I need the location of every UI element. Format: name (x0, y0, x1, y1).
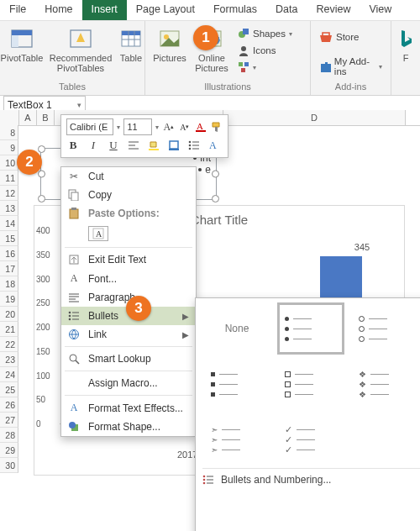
ctx-paste-keeptext[interactable]: A (61, 223, 196, 244)
decrease-font-icon[interactable]: A▾ (178, 120, 191, 134)
handle-tl[interactable] (38, 145, 45, 153)
my-addins-button[interactable]: My Add-ins▾ (318, 55, 384, 78)
format-shape-icon (66, 421, 81, 433)
icons-button[interactable]: Icons (236, 43, 303, 58)
name-box-dropdown-icon[interactable]: ▾ (77, 101, 81, 109)
y-tick-350: 350 (36, 250, 50, 259)
row-14[interactable]: 14 (0, 216, 18, 231)
svg-point-49 (69, 318, 71, 321)
row-16[interactable]: 16 (0, 246, 18, 261)
handle-ml[interactable] (38, 171, 45, 178)
tab-data[interactable]: Data (266, 0, 307, 20)
row-8[interactable]: 8 (0, 125, 18, 140)
pictures-button[interactable]: Pictures (152, 24, 187, 63)
y-tick-100: 100 (36, 371, 50, 380)
ctx-format-shape[interactable]: Format Shape... (61, 418, 196, 436)
mini-font[interactable]: Calibri (E (66, 118, 113, 135)
col-A[interactable]: A (19, 110, 37, 125)
table-label: Table (120, 53, 142, 63)
increase-font-icon[interactable]: A▴ (162, 120, 175, 134)
outline-icon[interactable] (167, 139, 181, 152)
bullet-four-diamond[interactable]: ❖ ❖ ❖ (354, 360, 416, 407)
bullet-hollow-square[interactable] (280, 360, 342, 407)
tab-insert[interactable]: Insert (82, 0, 127, 20)
row-11[interactable]: 11 (0, 171, 18, 186)
row-9[interactable]: 9 (0, 140, 18, 155)
tab-page-layout[interactable]: Page Layout (127, 0, 204, 20)
pivottable-label: PivotTable (1, 53, 44, 63)
handle-br[interactable] (212, 195, 219, 202)
smartart-button[interactable]: ▾ (236, 60, 303, 75)
shapes-button[interactable]: Shapes▾ (236, 26, 303, 41)
row-24[interactable]: 24 (0, 367, 18, 382)
ctx-cut[interactable]: ✂ Cut (61, 167, 196, 186)
font-color-icon[interactable]: A (194, 120, 207, 134)
bullets-and-numbering[interactable]: Bullets and Numbering... (202, 468, 420, 486)
row-22[interactable]: 22 (0, 337, 18, 352)
bold-button[interactable]: B (66, 139, 80, 152)
align-button[interactable] (127, 139, 140, 152)
underline-button[interactable]: U (107, 139, 120, 152)
tab-view[interactable]: View (360, 0, 401, 20)
mini-toolbar: Calibri (E ▾ 11 ▾ A▴ A▾ A B I U A (60, 114, 228, 158)
ctx-assign-macro[interactable]: Assign Macro... (61, 374, 196, 392)
row-18[interactable]: 18 (0, 276, 18, 292)
row-27[interactable]: 27 (0, 413, 18, 428)
tab-file[interactable]: File (0, 0, 35, 20)
row-26[interactable]: 26 (0, 397, 18, 413)
row-28[interactable]: 28 (0, 428, 18, 443)
recommended-pivottables-button[interactable]: Recommended PivotTables (50, 24, 111, 73)
pivottable-button[interactable]: PivotTable (0, 24, 44, 63)
svg-text:A: A (96, 229, 102, 239)
bullet-filled-square[interactable] (206, 360, 268, 407)
select-all-corner[interactable] (0, 110, 19, 125)
row-13[interactable]: 13 (0, 201, 18, 216)
bullet-filled-round[interactable] (280, 305, 342, 352)
col-B[interactable]: B (37, 110, 55, 125)
tab-home[interactable]: Home (35, 0, 81, 20)
row-17[interactable]: 17 (0, 261, 18, 276)
bullet-hollow-round[interactable] (354, 305, 416, 352)
styles-icon[interactable]: A (207, 139, 221, 152)
bullets-mini-icon[interactable] (187, 139, 201, 152)
row-30[interactable]: 30 (0, 458, 18, 473)
row-15[interactable]: 15 (0, 231, 18, 246)
bullet-arrow[interactable]: ➣ ➣ ➣ (206, 416, 268, 463)
group-addins-label: Add-ins (335, 81, 366, 93)
row-12[interactable]: 12 (0, 186, 18, 201)
handle-bl[interactable] (38, 195, 45, 202)
store-button[interactable]: Store (318, 29, 384, 45)
ctx-font[interactable]: A Font... (61, 269, 196, 288)
format-painter-icon[interactable] (210, 120, 223, 134)
name-box-value: TextBox 1 (8, 99, 52, 111)
row-headers: 8 9 10 11 12 13 14 15 16 17 18 19 20 21 … (0, 125, 18, 473)
format-text-icon: A (66, 402, 81, 414)
svg-rect-2 (12, 30, 32, 35)
row-23[interactable]: 23 (0, 352, 18, 367)
bing-icon (399, 26, 412, 51)
tab-formulas[interactable]: Formulas (204, 0, 266, 20)
ctx-exit-edit[interactable]: Exit Edit Text (61, 250, 196, 269)
row-20[interactable]: 20 (0, 307, 18, 322)
ctx-copy[interactable]: Copy (61, 186, 196, 204)
row-10[interactable]: 10 (0, 155, 18, 171)
ctx-format-text-effects[interactable]: A Format Text Effects... (61, 398, 196, 418)
row-25[interactable]: 25 (0, 382, 18, 397)
ctx-link[interactable]: Link ▶ (61, 325, 196, 344)
mini-size[interactable]: 11 (123, 118, 152, 135)
handle-mr[interactable] (212, 171, 219, 178)
shapes-icon (238, 28, 249, 39)
italic-button[interactable]: I (87, 139, 100, 152)
fill-color-icon[interactable] (147, 139, 160, 152)
table-button[interactable]: Table (118, 24, 144, 63)
group-illustrations-label: Illustrations (204, 81, 251, 93)
row-19[interactable]: 19 (0, 292, 18, 307)
ctx-smart-lookup[interactable]: Smart Lookup (61, 350, 196, 368)
bing-button[interactable]: F (398, 24, 413, 63)
bullet-none[interactable]: None (206, 305, 268, 352)
col-D[interactable]: D (223, 110, 406, 125)
row-21[interactable]: 21 (0, 322, 18, 337)
bullet-check[interactable]: ✓ ✓ ✓ (280, 416, 342, 463)
tab-review[interactable]: Review (307, 0, 360, 20)
row-29[interactable]: 29 (0, 443, 18, 458)
